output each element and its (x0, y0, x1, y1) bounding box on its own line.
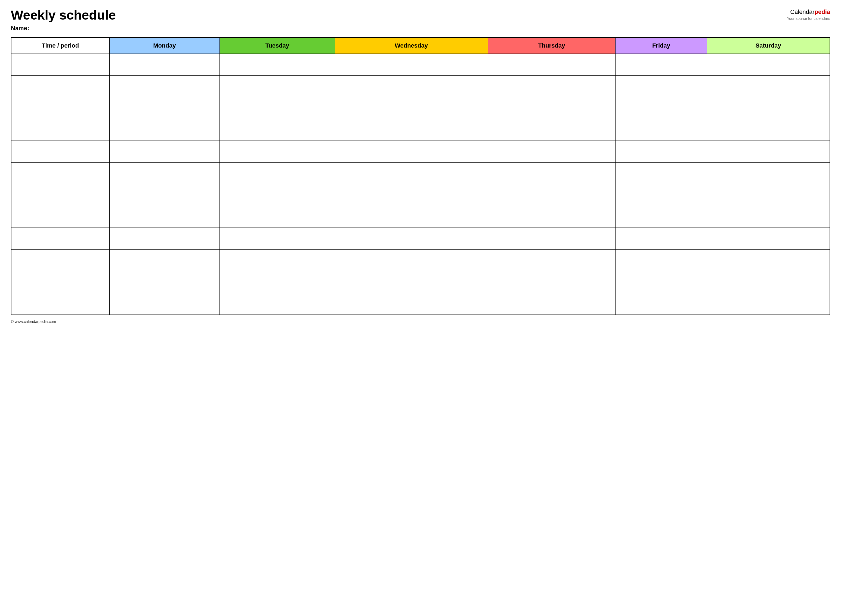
table-cell[interactable] (616, 293, 707, 315)
table-cell[interactable] (220, 141, 335, 163)
table-cell[interactable] (335, 206, 488, 228)
table-cell[interactable] (488, 206, 616, 228)
table-cell[interactable] (220, 76, 335, 97)
table-cell[interactable] (220, 271, 335, 293)
table-cell[interactable] (707, 97, 830, 119)
table-cell[interactable] (109, 184, 219, 206)
title-area: Weekly schedule Name: (11, 8, 787, 32)
table-cell[interactable] (335, 141, 488, 163)
table-cell[interactable] (488, 76, 616, 97)
table-cell[interactable] (488, 97, 616, 119)
header-tuesday: Tuesday (220, 38, 335, 54)
table-cell[interactable] (11, 97, 109, 119)
table-cell[interactable] (616, 206, 707, 228)
table-cell[interactable] (11, 228, 109, 249)
table-cell[interactable] (335, 119, 488, 141)
table-row (11, 97, 830, 119)
table-cell[interactable] (109, 271, 219, 293)
table-cell[interactable] (335, 228, 488, 249)
logo-pedia-part: pedia (815, 9, 830, 15)
table-cell[interactable] (616, 163, 707, 184)
table-cell[interactable] (220, 249, 335, 271)
table-cell[interactable] (220, 119, 335, 141)
header-row: Time / period Monday Tuesday Wednesday T… (11, 38, 830, 54)
table-cell[interactable] (335, 163, 488, 184)
table-cell[interactable] (616, 249, 707, 271)
table-cell[interactable] (109, 54, 219, 76)
table-cell[interactable] (11, 163, 109, 184)
table-cell[interactable] (616, 184, 707, 206)
table-cell[interactable] (707, 54, 830, 76)
table-cell[interactable] (11, 76, 109, 97)
table-cell[interactable] (488, 163, 616, 184)
table-cell[interactable] (488, 141, 616, 163)
table-cell[interactable] (707, 184, 830, 206)
table-cell[interactable] (220, 163, 335, 184)
table-cell[interactable] (220, 54, 335, 76)
table-cell[interactable] (335, 184, 488, 206)
header-wednesday: Wednesday (335, 38, 488, 54)
table-cell[interactable] (220, 97, 335, 119)
table-cell[interactable] (335, 293, 488, 315)
table-cell[interactable] (335, 54, 488, 76)
table-cell[interactable] (11, 206, 109, 228)
table-cell[interactable] (616, 54, 707, 76)
table-cell[interactable] (11, 293, 109, 315)
header-thursday: Thursday (488, 38, 616, 54)
table-cell[interactable] (616, 119, 707, 141)
table-cell[interactable] (109, 76, 219, 97)
table-cell[interactable] (11, 54, 109, 76)
table-cell[interactable] (616, 76, 707, 97)
table-cell[interactable] (335, 97, 488, 119)
table-cell[interactable] (707, 163, 830, 184)
table-cell[interactable] (707, 293, 830, 315)
table-cell[interactable] (616, 228, 707, 249)
table-cell[interactable] (616, 271, 707, 293)
table-cell[interactable] (707, 119, 830, 141)
table-cell[interactable] (488, 249, 616, 271)
table-cell[interactable] (220, 228, 335, 249)
table-cell[interactable] (707, 271, 830, 293)
table-cell[interactable] (109, 119, 219, 141)
table-cell[interactable] (335, 271, 488, 293)
table-cell[interactable] (488, 54, 616, 76)
table-cell[interactable] (220, 184, 335, 206)
table-cell[interactable] (109, 206, 219, 228)
table-cell[interactable] (707, 206, 830, 228)
logo-tagline: Your source for calendars (787, 16, 830, 21)
table-cell[interactable] (488, 184, 616, 206)
table-cell[interactable] (11, 119, 109, 141)
table-cell[interactable] (335, 76, 488, 97)
header-friday: Friday (616, 38, 707, 54)
table-cell[interactable] (109, 141, 219, 163)
logo-text: Calendarpedia (787, 8, 830, 16)
table-cell[interactable] (109, 249, 219, 271)
table-cell[interactable] (11, 271, 109, 293)
table-cell[interactable] (109, 163, 219, 184)
table-cell[interactable] (707, 228, 830, 249)
table-cell[interactable] (707, 76, 830, 97)
table-cell[interactable] (488, 293, 616, 315)
table-cell[interactable] (109, 228, 219, 249)
table-cell[interactable] (616, 97, 707, 119)
table-cell[interactable] (11, 141, 109, 163)
logo-calendar-part: Calendar (790, 9, 815, 15)
table-cell[interactable] (220, 293, 335, 315)
page-title: Weekly schedule (11, 8, 787, 23)
table-row (11, 228, 830, 249)
table-cell[interactable] (707, 249, 830, 271)
table-cell[interactable] (109, 97, 219, 119)
table-cell[interactable] (488, 119, 616, 141)
table-cell[interactable] (11, 184, 109, 206)
table-cell[interactable] (707, 141, 830, 163)
table-cell[interactable] (488, 271, 616, 293)
table-cell[interactable] (488, 228, 616, 249)
table-cell[interactable] (335, 249, 488, 271)
table-cell[interactable] (109, 293, 219, 315)
table-cell[interactable] (616, 141, 707, 163)
header-time: Time / period (11, 38, 109, 54)
table-cell[interactable] (220, 206, 335, 228)
footer-url: © www.calendarpedia.com (11, 320, 830, 324)
table-row (11, 206, 830, 228)
table-cell[interactable] (11, 249, 109, 271)
